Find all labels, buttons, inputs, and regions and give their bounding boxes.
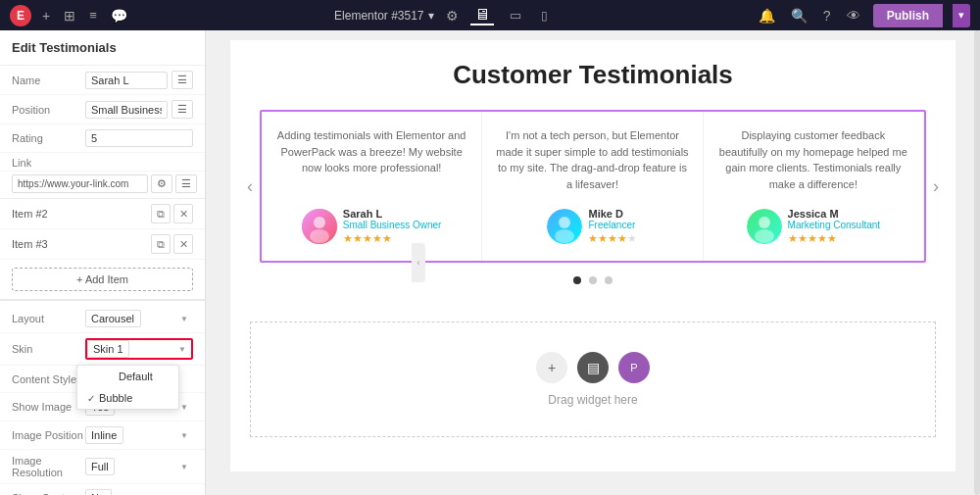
item-3-duplicate-btn[interactable]: ⧉ xyxy=(151,234,171,254)
rating-label: Rating xyxy=(12,132,85,144)
drag-icons: + ▤ P xyxy=(536,352,650,383)
svg-point-1 xyxy=(314,217,325,228)
search-button[interactable]: 🔍 xyxy=(788,8,810,24)
carousel-prev-button[interactable]: ‹ xyxy=(242,172,258,202)
carousel-dots xyxy=(260,263,926,292)
item-2-actions: ⧉ ✕ xyxy=(151,204,193,223)
image-resolution-row: Image Resolution Full xyxy=(0,450,205,484)
sidebar-toggle[interactable]: ‹ xyxy=(412,243,425,282)
image-resolution-select-wrapper: Full xyxy=(85,458,193,475)
avatar-mike xyxy=(547,209,582,244)
testimonial-card-1: Adding testimonials with Elementor and P… xyxy=(262,112,482,261)
drag-widget-text: Drag widget here xyxy=(548,393,637,407)
show-image-label: Show Image xyxy=(12,401,85,413)
name-input[interactable] xyxy=(85,72,168,89)
layout-select[interactable]: Carousel xyxy=(85,310,141,327)
add-button[interactable]: + xyxy=(39,8,53,24)
link-input[interactable] xyxy=(12,174,148,193)
layout-row: Layout Carousel xyxy=(0,305,205,333)
mobile-view-button[interactable]: ▯ xyxy=(537,9,552,23)
testimonial-3-role: Marketing Consultant xyxy=(788,220,881,230)
image-resolution-label: Image Resolution xyxy=(12,455,85,478)
drag-add-button[interactable]: + xyxy=(536,352,567,383)
position-icon-btn[interactable]: ☰ xyxy=(172,100,193,119)
sidebar: Edit Testimonials Name ☰ Position ☰ Rati… xyxy=(0,30,206,495)
notifications-button[interactable]: 🔔 xyxy=(756,8,778,24)
layers-button[interactable]: ⊞ xyxy=(61,8,78,24)
image-position-label: Image Position xyxy=(12,429,85,441)
tablet-view-button[interactable]: ▭ xyxy=(506,8,525,23)
drag-element-button[interactable]: P xyxy=(618,352,650,383)
position-input[interactable] xyxy=(85,101,168,119)
image-position-select[interactable]: Inline xyxy=(85,426,123,444)
item-2-row: Item #2 ⧉ ✕ xyxy=(0,199,205,229)
skin-label: Skin xyxy=(12,343,85,355)
navigator-button[interactable]: ≡ xyxy=(86,8,100,23)
topbar-left: E + ⊞ ≡ 💬 xyxy=(10,5,130,26)
item-2-label: Item #2 xyxy=(12,208,151,220)
drag-folder-button[interactable]: ▤ xyxy=(577,352,609,383)
testimonials-carousel: ‹ Adding testimonials with Elementor and… xyxy=(260,110,926,263)
position-field: Position ☰ xyxy=(0,95,205,124)
testimonial-3-info: Jessica M Marketing Consultant ★★★★★ xyxy=(788,208,881,245)
name-field: Name ☰ xyxy=(0,66,205,95)
elementor-logo[interactable]: E xyxy=(10,5,31,26)
show-quote-row: Show Quote No xyxy=(0,484,205,495)
avatar-sarah xyxy=(302,209,337,244)
skin-option-default[interactable]: Default xyxy=(77,366,178,387)
item-3-delete-btn[interactable]: ✕ xyxy=(173,234,193,254)
rating-input[interactable] xyxy=(85,129,193,147)
svg-point-2 xyxy=(310,229,329,243)
skin-select-wrapper: Skin 1 xyxy=(85,338,193,360)
sidebar-divider xyxy=(0,299,205,301)
testimonial-3-name: Jessica M xyxy=(788,208,881,220)
carousel-dot-3[interactable] xyxy=(605,276,612,284)
settings-button[interactable]: ⚙ xyxy=(446,8,459,24)
testimonial-2-text: I'm not a tech person, but Elementor mad… xyxy=(496,127,688,192)
carousel-dot-1[interactable] xyxy=(573,276,581,284)
image-resolution-select[interactable]: Full xyxy=(85,458,115,475)
testimonial-1-person: Sarah L Small Business Owner ★★★★★ xyxy=(302,208,442,245)
help-button[interactable]: ? xyxy=(820,8,834,24)
position-label: Position xyxy=(12,104,85,116)
carousel-dot-2[interactable] xyxy=(589,276,597,284)
testimonial-card-3: Displaying customer feedback beautifully… xyxy=(704,112,924,261)
section-title: Customer Testimonials xyxy=(260,60,926,90)
name-value: ☰ xyxy=(85,71,193,89)
item-2-duplicate-btn[interactable]: ⧉ xyxy=(151,204,171,223)
skin-row: Skin Skin 1 Default ✓ Bubble xyxy=(0,333,205,366)
skin-option-bubble[interactable]: ✓ Bubble xyxy=(77,387,178,409)
testimonial-1-name: Sarah L xyxy=(343,208,442,220)
main-layout: Edit Testimonials Name ☰ Position ☰ Rati… xyxy=(0,30,980,495)
testimonial-card-2: I'm not a tech person, but Elementor mad… xyxy=(482,112,703,261)
link-copy-btn[interactable]: ☰ xyxy=(175,174,197,193)
show-quote-select-wrapper: No xyxy=(85,489,193,495)
show-quote-select[interactable]: No xyxy=(85,489,112,495)
testimonial-3-stars: ★★★★★ xyxy=(788,232,881,245)
preview-button[interactable]: 👁 xyxy=(844,8,863,24)
desktop-view-button[interactable]: 🖥 xyxy=(470,6,494,25)
testimonials-section: Customer Testimonials ‹ Adding testimoni… xyxy=(230,40,956,312)
item-2-delete-btn[interactable]: ✕ xyxy=(173,204,193,223)
testimonial-2-person: Mike D Freelancer ★★★★★ xyxy=(547,208,637,245)
skin-dropdown-menu: Default ✓ Bubble xyxy=(76,365,179,410)
carousel-next-button[interactable]: › xyxy=(928,172,944,202)
page-title[interactable]: Elementor #3517 ▾ xyxy=(334,9,433,23)
publish-button[interactable]: Publish xyxy=(873,4,943,27)
layout-label: Layout xyxy=(12,313,85,324)
link-settings-btn[interactable]: ⚙ xyxy=(151,174,172,193)
canvas: Customer Testimonials ‹ Adding testimoni… xyxy=(206,30,980,495)
testimonial-1-info: Sarah L Small Business Owner ★★★★★ xyxy=(343,208,442,245)
canvas-scrollbar[interactable] xyxy=(974,30,980,495)
item-3-actions: ⧉ ✕ xyxy=(151,234,193,254)
image-position-row: Image Position Inline xyxy=(0,421,205,450)
name-label: Name xyxy=(12,74,85,86)
avatar-jessica xyxy=(747,209,782,244)
sidebar-title: Edit Testimonials xyxy=(0,30,205,66)
name-icon-btn[interactable]: ☰ xyxy=(172,71,193,89)
add-item-button[interactable]: + Add Item xyxy=(12,268,193,291)
svg-point-5 xyxy=(555,229,574,243)
publish-dropdown-arrow[interactable]: ▾ xyxy=(953,4,970,27)
chat-button[interactable]: 💬 xyxy=(108,8,130,24)
skin-select[interactable]: Skin 1 xyxy=(87,340,129,358)
